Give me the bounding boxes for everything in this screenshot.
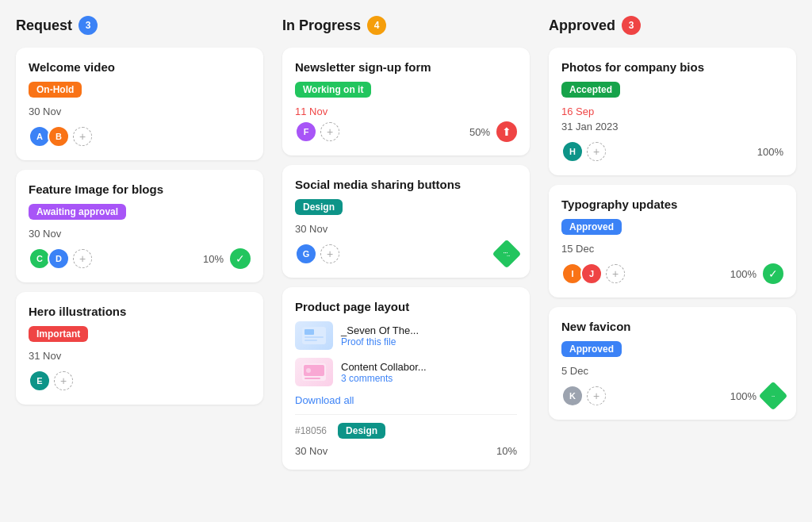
tag-working-on-it: Working on it — [295, 82, 371, 98]
add-member-button-7[interactable]: + — [606, 264, 625, 283]
column-approved: Approved 3 Photos for company bios Accep… — [549, 16, 796, 479]
card-footer-photos: H + 100% — [561, 140, 783, 163]
column-header-request: Request 3 — [16, 16, 263, 35]
avatar-10: J — [580, 263, 603, 285]
avatar-8: H — [561, 140, 584, 163]
card-date-product: 30 Nov — [295, 445, 327, 457]
card-date-favicon: 5 Dec — [561, 365, 783, 377]
avatars-feature-image: C D + — [29, 248, 92, 270]
card-title-welcome-video: Welcome video — [29, 60, 251, 74]
card-divider — [295, 414, 517, 415]
card-date-social: 30 Nov — [295, 223, 517, 235]
avatars-hero: E + — [29, 370, 73, 392]
card-footer-social: G + ··· — [295, 243, 517, 265]
check-icon-typography: ✓ — [763, 263, 783, 284]
file-item-2: Content Collabor... 3 comments — [295, 358, 517, 386]
card-footer-newsletter: F + 50% ⬆ — [295, 121, 517, 143]
card-date-hero: 31 Nov — [29, 350, 251, 362]
tag-accepted: Accepted — [561, 82, 620, 98]
card-right-favicon: 100% ··· — [730, 386, 783, 406]
card-hero-illustrations: Hero illustrations Important 31 Nov E + — [16, 292, 263, 405]
avatars-welcome-video: A B + — [29, 125, 92, 148]
column-badge-request: 3 — [79, 16, 98, 35]
card-newsletter: Newsletter sign-up form Working on it 11… — [282, 48, 530, 155]
file-preview-icon-2 — [302, 363, 326, 381]
tag-important: Important — [29, 326, 88, 342]
proof-this-file-link[interactable]: Proof this file — [341, 336, 517, 347]
card-date-red-photos: 16 Sep — [561, 106, 783, 117]
file-thumb-2 — [295, 358, 333, 386]
card-typography: Typography updates Approved 15 Dec I J +… — [549, 185, 796, 297]
card-title-newsletter: Newsletter sign-up form — [295, 60, 517, 74]
card-footer-typography: I J + 100% ✓ — [561, 263, 783, 285]
file-info-2: Content Collabor... 3 comments — [341, 361, 517, 384]
tag-design-social: Design — [295, 199, 343, 215]
card-footer-hero: E + — [29, 370, 251, 392]
card-date-newsletter: 11 Nov — [295, 106, 517, 117]
avatar-4: D — [48, 248, 70, 270]
file-info-1: _Seven Of The... Proof this file — [341, 324, 517, 347]
file-name-2: Content Collabor... — [341, 361, 517, 373]
dots-icon-favicon: ··· — [759, 382, 788, 411]
card-id-row: #18056 Design — [295, 423, 517, 439]
card-title-hero: Hero illustrations — [29, 305, 251, 318]
add-member-button-3[interactable]: + — [54, 371, 73, 390]
card-feature-image: Feature Image for blogs Awaiting approva… — [16, 170, 263, 282]
avatars-photos: H + — [561, 140, 606, 163]
card-date-typography: 15 Dec — [561, 243, 783, 255]
dots-green-icon: ··· — [492, 240, 522, 269]
tag-design-product: Design — [338, 423, 385, 439]
card-title-favicon: New favicon — [561, 320, 783, 333]
card-welcome-video: Welcome video On-Hold 30 Nov A B + — [16, 48, 263, 160]
avatar-6: F — [295, 121, 317, 143]
card-right-typography: 100% ✓ — [730, 263, 783, 284]
card-right-feature: 10% ✓ — [203, 248, 251, 269]
tag-approved-typography: Approved — [561, 219, 622, 235]
add-member-button-6[interactable]: + — [587, 142, 606, 161]
card-bottom-product: 30 Nov 10% — [295, 445, 517, 457]
file-item-1: _Seven Of The... Proof this file — [295, 321, 517, 350]
up-red-icon: ⬆ — [496, 121, 517, 142]
svg-point-6 — [306, 368, 311, 373]
file-comments[interactable]: 3 comments — [341, 373, 517, 384]
add-member-button-4[interactable]: + — [320, 122, 339, 141]
percent-favicon: 100% — [730, 390, 756, 402]
avatar-2: B — [48, 125, 70, 148]
card-photos-bios: Photos for company bios Accepted 16 Sep … — [549, 48, 796, 175]
column-header-in-progress: In Progress 4 — [282, 16, 530, 35]
add-member-button-5[interactable]: + — [320, 244, 339, 263]
file-preview-icon-1 — [302, 327, 326, 344]
card-right-social: ··· — [496, 244, 517, 264]
card-title-social: Social media sharing buttons — [295, 178, 517, 191]
add-member-button-8[interactable]: + — [587, 386, 606, 405]
avatar-11: K — [561, 385, 584, 407]
percent-typography: 100% — [730, 268, 756, 280]
tag-approved-favicon: Approved — [561, 341, 622, 357]
kanban-board: Request 3 Welcome video On-Hold 30 Nov A… — [16, 16, 796, 479]
card-footer-welcome-video: A B + — [29, 125, 251, 148]
file-name-1: _Seven Of The... — [341, 324, 517, 336]
column-in-progress: In Progress 4 Newsletter sign-up form Wo… — [282, 16, 530, 479]
avatars-newsletter: F + — [295, 121, 339, 143]
percent-feature-image: 10% — [203, 253, 224, 265]
column-title-request: Request — [16, 17, 72, 34]
percent-product: 10% — [496, 445, 517, 457]
tag-awaiting-approval: Awaiting approval — [29, 204, 126, 220]
card-date-welcome-video: 30 Nov — [29, 106, 251, 117]
avatars-typography: I J + — [561, 263, 625, 285]
avatars-favicon: K + — [561, 385, 606, 407]
check-icon-feature: ✓ — [230, 248, 251, 269]
percent-photos: 100% — [757, 146, 783, 158]
add-member-button[interactable]: + — [73, 127, 92, 146]
card-right-newsletter: 50% ⬆ — [469, 121, 517, 142]
tag-on-hold: On-Hold — [29, 82, 82, 98]
add-member-button-2[interactable]: + — [73, 249, 92, 268]
card-id-label: #18056 — [295, 425, 327, 436]
card-footer-feature-image: C D + 10% ✓ — [29, 248, 251, 270]
download-all-link[interactable]: Download all — [295, 394, 517, 406]
column-title-in-progress: In Progress — [282, 17, 361, 34]
column-title-approved: Approved — [549, 17, 615, 34]
avatar-7: G — [295, 243, 317, 265]
card-title-feature-image: Feature Image for blogs — [29, 182, 251, 196]
card-date-black-photos: 31 Jan 2023 — [561, 121, 783, 132]
